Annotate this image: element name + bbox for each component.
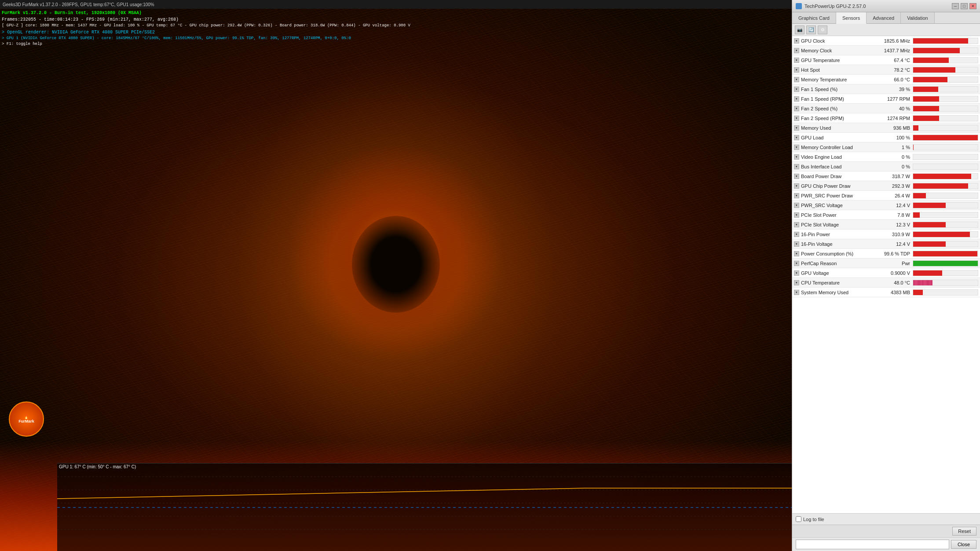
sensor-bar-8 [913, 116, 939, 121]
tab-graphics-card[interactable]: Graphics Card [792, 12, 836, 23]
sensor-bar-14 [913, 174, 971, 179]
sensor-row-6: ▾ Fan 1 Speed (RPM) 1277 RPM [792, 94, 980, 104]
sensor-dropdown-6[interactable]: ▾ [794, 96, 799, 102]
sensor-value-12: 0 % [873, 154, 913, 160]
sensor-value-17: 12.4 V [873, 203, 913, 208]
close-button[interactable]: Close [951, 540, 976, 549]
sensor-value-2: 67.4 °C [873, 58, 913, 63]
sensor-bar-container-20 [913, 231, 978, 237]
sensor-row-22: ▾ Power Consumption (%) 99.6 % TDP [792, 249, 980, 259]
sensor-row-14: ▾ Board Power Draw 318.7 W [792, 172, 980, 181]
sensor-dropdown-8[interactable]: ▾ [794, 116, 799, 121]
furmark-area: Geeks3D FurMark v1.37.2.0 - 269FPS, GPU1… [0, 0, 792, 551]
sensor-value-3: 78.2 °C [873, 67, 913, 73]
sensor-value-9: 936 MB [873, 125, 913, 131]
sensor-row-17: ▾ PWR_SRC Voltage 12.4 V [792, 201, 980, 210]
sensor-row-20: ▾ 16-Pin Power 310.9 W [792, 230, 980, 239]
sensor-row-2: ▾ GPU Temperature 67.4 °C [792, 55, 980, 65]
log-to-file-checkbox[interactable] [796, 516, 801, 522]
info-line3: [ GPU-Z ] core: 1800 MHz - mem: 1437 MHz… [2, 23, 410, 29]
sensor-name-16: ▾ PWR_SRC Power Draw [794, 193, 873, 198]
sensor-dropdown-16[interactable]: ▾ [794, 193, 799, 198]
sensor-bar-container-4 [913, 77, 978, 83]
sensor-bar-7 [913, 106, 939, 111]
log-to-file-label: Log to file [803, 517, 824, 522]
sensor-value-16: 26.4 W [873, 193, 913, 198]
sensor-dropdown-24[interactable]: ▾ [794, 270, 799, 276]
sensor-dropdown-18[interactable]: ▾ [794, 212, 799, 218]
sensor-value-26: 4383 MB [873, 290, 913, 295]
sensor-dropdown-1[interactable]: ▾ [794, 48, 799, 53]
sensor-bar-4 [913, 77, 947, 82]
sensor-dropdown-2[interactable]: ▾ [794, 58, 799, 63]
tab-validation[interactable]: Validation [901, 12, 935, 23]
minimize-button[interactable]: ─ [952, 3, 959, 9]
sensor-name-5: ▾ Fan 1 Speed (%) [794, 87, 873, 92]
sensor-dropdown-26[interactable]: ▾ [794, 290, 799, 295]
sensor-name-20: ▾ 16-Pin Power [794, 232, 873, 237]
sensor-bar-22 [913, 251, 977, 256]
sensor-dropdown-19[interactable]: ▾ [794, 222, 799, 227]
sensor-bar-10 [913, 135, 978, 140]
tab-sensors[interactable]: Sensors [836, 12, 867, 24]
sensor-row-19: ▾ PCIe Slot Voltage 12.3 V [792, 220, 980, 230]
gpuz-titlebar: TechPowerUp GPU-Z 2.57.0 ─ □ ✕ [792, 0, 980, 12]
sensor-bar-container-22 [913, 251, 978, 257]
refresh-button[interactable]: 🔄 [806, 26, 816, 34]
sensor-row-0: ▾ GPU Clock 1825.6 MHz [792, 36, 980, 46]
sensor-dropdown-23[interactable]: ▾ [794, 261, 799, 266]
gpu-selector: NVIDIA GeForce RTX 4080 SUPER ▾ Close [792, 537, 980, 551]
furmark-info: FurMark v1.37.2.0 - Burn-in test, 1920x1… [2, 10, 410, 47]
reset-button[interactable]: Reset [952, 527, 976, 536]
sensor-name-14: ▾ Board Power Draw [794, 174, 873, 179]
sensor-bar-container-6 [913, 96, 978, 102]
sensor-dropdown-22[interactable]: ▾ [794, 251, 799, 256]
sensor-dropdown-4[interactable]: ▾ [794, 77, 799, 82]
camera-button[interactable]: 📷 [795, 26, 804, 34]
sensor-bar-container-5 [913, 86, 978, 92]
sensor-dropdown-11[interactable]: ▾ [794, 145, 799, 150]
sensor-name-6: ▾ Fan 1 Speed (RPM) [794, 96, 873, 102]
sensor-bar-container-13 [913, 164, 978, 170]
sensor-row-26: ▾ System Memory Used 4383 MB [792, 288, 980, 297]
sensor-dropdown-17[interactable]: ▾ [794, 203, 799, 208]
sensor-dropdown-13[interactable]: ▾ [794, 164, 799, 169]
sensor-value-14: 318.7 W [873, 174, 913, 179]
sensor-row-15: ▾ GPU Chip Power Draw 292.3 W [792, 181, 980, 191]
sensor-bar-container-18 [913, 212, 978, 218]
fur-center [352, 216, 440, 313]
sensor-dropdown-3[interactable]: ▾ [794, 67, 799, 73]
sensor-bar-container-24 [913, 270, 978, 276]
sensor-bar-6 [913, 96, 939, 102]
maximize-button[interactable]: □ [961, 3, 968, 9]
tab-advanced[interactable]: Advanced [867, 12, 901, 23]
sensor-dropdown-10[interactable]: ▾ [794, 135, 799, 140]
sensor-bar-container-26 [913, 289, 978, 296]
sensor-dropdown-15[interactable]: ▾ [794, 183, 799, 189]
sensor-name-18: ▾ PCIe Slot Power [794, 212, 873, 218]
sensor-row-4: ▾ Memory Temperature 66.0 °C [792, 75, 980, 84]
gpu-select-arrow: ▾ [944, 542, 947, 547]
sensor-dropdown-7[interactable]: ▾ [794, 106, 799, 111]
sensor-bar-container-10 [913, 135, 978, 141]
sensor-dropdown-12[interactable]: ▾ [794, 154, 799, 160]
sensor-dropdown-21[interactable]: ▾ [794, 241, 799, 247]
sensor-dropdown-25[interactable]: ▾ [794, 280, 799, 285]
gpu-select-dropdown[interactable]: NVIDIA GeForce RTX 4080 SUPER ▾ [796, 540, 949, 549]
sensor-name-21: ▾ 16-Pin Voltage [794, 241, 873, 247]
sensor-value-25: 48.0 °C [873, 280, 913, 285]
sensor-dropdown-0[interactable]: ▾ [794, 38, 799, 44]
sensor-value-10: 100 % [873, 135, 913, 140]
close-window-button[interactable]: ✕ [969, 3, 976, 9]
sensor-value-21: 12.4 V [873, 241, 913, 247]
sensor-dropdown-9[interactable]: ▾ [794, 125, 799, 131]
sensor-row-1: ▾ Memory Clock 1437.7 MHz [792, 46, 980, 55]
sensor-dropdown-14[interactable]: ▾ [794, 174, 799, 179]
sensor-name-25: ▾ CPU Temperature [794, 280, 873, 285]
sensor-dropdown-20[interactable]: ▾ [794, 232, 799, 237]
sensor-dropdown-5[interactable]: ▾ [794, 87, 799, 92]
sensor-row-11: ▾ Memory Controller Load 1 % [792, 142, 980, 152]
sensor-name-1: ▾ Memory Clock [794, 48, 873, 53]
settings-button[interactable]: ⚙ [818, 26, 827, 34]
sensor-bar-21 [913, 241, 946, 247]
